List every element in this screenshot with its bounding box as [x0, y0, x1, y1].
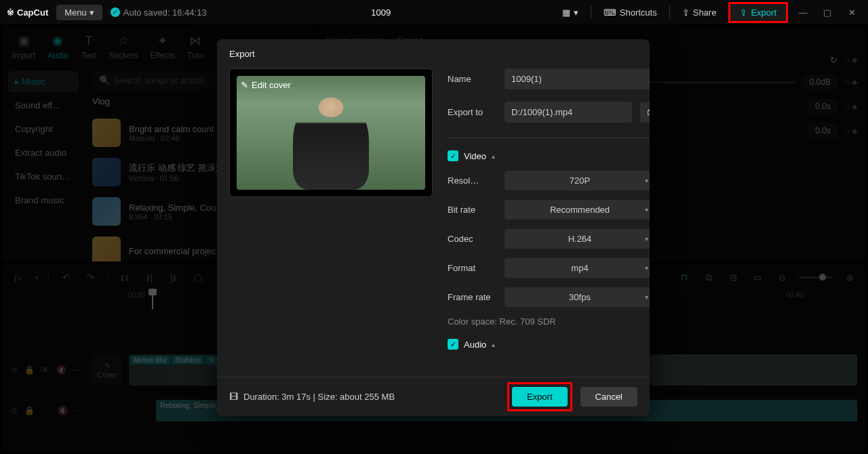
song-thumb	[92, 197, 121, 226]
film-icon: 🎞	[229, 392, 238, 402]
effects-icon: ✦	[155, 33, 171, 49]
undo-button[interactable]: ↶	[58, 272, 73, 283]
redo-button[interactable]: ↷	[83, 272, 98, 283]
share-icon: ⇪	[682, 7, 690, 18]
text-icon: T	[81, 33, 97, 49]
chevron-up-icon: ▴	[492, 341, 495, 348]
auto-icon[interactable]: ⊘	[11, 365, 18, 375]
sidebar-item-sound-effects[interactable]: Sound eff…	[8, 95, 79, 116]
zoom-out-button[interactable]: ⊖	[774, 272, 789, 283]
app-logo: ※ CapCut	[7, 7, 48, 18]
chevron-up-icon: ▴	[492, 152, 495, 160]
logo-text: CapCut	[17, 7, 48, 18]
export-confirm-button[interactable]: Export	[512, 387, 568, 407]
sidebar-item-music[interactable]: ▸ Music	[8, 71, 79, 92]
cover-button[interactable]: ✎Cover	[92, 355, 122, 385]
search-icon: 🔍	[99, 75, 110, 85]
titlebar: ※ CapCut Menu ▾ ✓ Auto saved: 16:44:13 1…	[0, 0, 868, 24]
titlebar-actions: ▦▾ ⌨Shortcuts ⇪Share ⇪Export — ▢ ✕	[555, 2, 861, 23]
zoom-slider[interactable]	[799, 276, 833, 278]
tab-effects[interactable]: ✦Effects	[150, 33, 174, 60]
checkbox-checked-icon: ✓	[448, 339, 458, 350]
trim-right-button[interactable]: ]⫿	[166, 272, 181, 283]
mute-icon[interactable]: 🔇	[58, 406, 68, 415]
check-icon: ✓	[111, 7, 120, 17]
colorspace-info: Color space: Rec. 709 SDR	[448, 316, 650, 327]
export-info: 🎞 Duration: 3m 17s | Size: about 255 MB	[229, 392, 395, 402]
tab-transitions[interactable]: ⋈Tran	[187, 33, 203, 60]
preview-button[interactable]: ▭	[750, 272, 765, 283]
song-thumb	[92, 158, 121, 186]
tab-audio[interactable]: ◉Audio	[47, 33, 68, 60]
share-button[interactable]: ⇪Share	[675, 5, 724, 20]
autosave-status: ✓ Auto saved: 16:44:13	[111, 7, 207, 18]
audio-icon: ◉	[50, 33, 66, 49]
undo-icon[interactable]: ↻	[830, 55, 837, 65]
pencil-icon: ✎	[104, 362, 111, 371]
sidebar-item-copyright[interactable]: Copyright	[8, 119, 79, 140]
chevron-down-icon: ▾	[90, 7, 94, 18]
auto-icon[interactable]: ⊘	[11, 406, 18, 415]
minimize-button[interactable]: —	[793, 7, 812, 18]
shortcuts-button[interactable]: ⌨Shortcuts	[597, 5, 664, 20]
maximize-button[interactable]: ▢	[818, 7, 837, 18]
layout-button[interactable]: ▦▾	[555, 5, 585, 20]
cancel-button[interactable]: Cancel	[580, 387, 637, 407]
checkbox-checked-icon: ✓	[448, 150, 458, 161]
lock-icon[interactable]: 🔒	[24, 365, 35, 375]
keyboard-icon: ⌨	[604, 7, 616, 18]
project-title: 1009	[215, 7, 547, 18]
bitrate-select[interactable]: Recommended	[505, 200, 650, 220]
resolution-select[interactable]: 720P	[505, 171, 650, 190]
sidebar-item-extract-audio[interactable]: Extract audio	[8, 142, 79, 163]
video-section-toggle[interactable]: ✓ Video ▴	[448, 150, 650, 161]
tab-text[interactable]: TText	[81, 33, 97, 60]
pencil-icon: ✎	[241, 80, 248, 90]
lock-icon[interactable]: 🔒	[24, 406, 35, 415]
dialog-footer: 🎞 Duration: 3m 17s | Size: about 255 MB …	[217, 377, 650, 416]
align-button[interactable]: ⊟	[726, 272, 741, 283]
browse-folder-button[interactable]: 🗀	[640, 102, 650, 123]
export-highlight: ⇪Export	[728, 2, 788, 23]
codec-select[interactable]: H.264	[505, 229, 650, 249]
export-dialog: Export ✎Edit cover Name Export to 🗀 ✓	[217, 39, 650, 416]
sticker-icon: ☆	[115, 33, 132, 49]
menu-button[interactable]: Menu ▾	[56, 5, 102, 20]
audio-section-toggle[interactable]: ✓ Audio ▴	[448, 339, 650, 350]
dialog-title: Export	[217, 39, 650, 68]
split-button[interactable]: ⫿⫿	[117, 272, 132, 283]
folder-icon: 🗀	[646, 107, 650, 117]
framerate-select[interactable]: 30fps	[505, 287, 650, 307]
tab-stickers[interactable]: ☆Stickers	[109, 33, 138, 60]
layout-icon: ▦	[562, 7, 570, 18]
export-to-label: Export to	[448, 107, 496, 117]
pointer-tool[interactable]: ▷	[11, 272, 26, 283]
name-input[interactable]	[505, 68, 650, 89]
export-button-top[interactable]: ⇪Export	[730, 4, 786, 21]
export-path-input[interactable]	[505, 102, 632, 123]
edit-cover-button[interactable]: ✎Edit cover	[241, 80, 291, 90]
name-label: Name	[448, 74, 496, 84]
zoom-in-button[interactable]: ⊕	[842, 272, 857, 283]
tab-import[interactable]: ▣Import	[12, 33, 35, 60]
sidebar-item-brand-music[interactable]: Brand music	[8, 190, 79, 211]
audio-sidebar: ▸ Music Sound eff… Copyright Extract aud…	[3, 66, 84, 262]
mute-icon[interactable]: 🔇	[56, 365, 66, 375]
export-icon: ⇪	[740, 7, 747, 18]
eye-icon[interactable]: 👁	[41, 365, 50, 375]
volume-value[interactable]: 0.0dB	[803, 75, 837, 89]
import-icon: ▣	[16, 33, 32, 49]
delete-button[interactable]: ▢	[191, 272, 205, 283]
format-select[interactable]: mp4	[505, 258, 650, 278]
cover-preview: ✎Edit cover	[229, 68, 433, 197]
cover-image	[237, 76, 425, 190]
playhead[interactable]	[152, 291, 153, 309]
link-button[interactable]: ⧉	[701, 272, 716, 283]
logo-icon: ※	[7, 7, 14, 18]
song-thumb	[92, 119, 121, 147]
close-button[interactable]: ✕	[842, 7, 861, 18]
trim-left-button[interactable]: ⫿[	[142, 272, 157, 283]
sidebar-item-tiktok-sounds[interactable]: TikTok soun…	[8, 166, 79, 187]
song-thumb	[92, 236, 121, 262]
magnet-button[interactable]: ⊓	[677, 272, 692, 283]
